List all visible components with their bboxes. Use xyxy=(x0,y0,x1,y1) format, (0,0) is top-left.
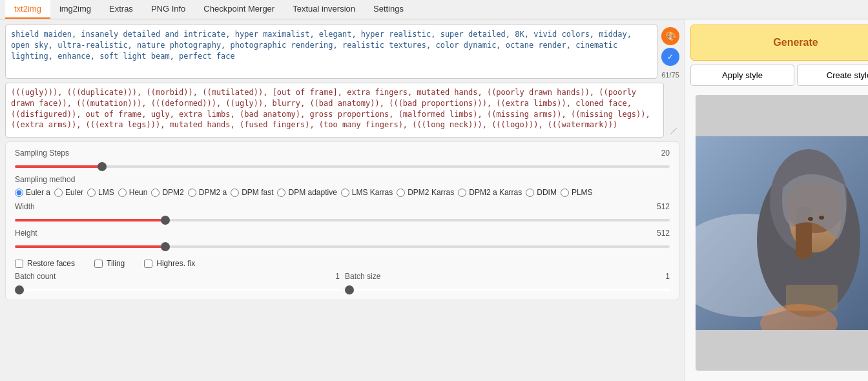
height-row: Height 512 xyxy=(15,229,670,250)
batch-size-item: Batch size 1 xyxy=(345,272,670,293)
tab-checkpoint-merger[interactable]: Checkpoint Merger xyxy=(194,0,284,19)
width-slider[interactable] xyxy=(15,219,670,221)
radio-dpm2a-karras[interactable]: DPM2 a Karras xyxy=(458,188,522,197)
generate-button[interactable]: Generate xyxy=(690,25,868,61)
radio-dpm2[interactable]: DPM2 xyxy=(151,188,183,197)
sampling-steps-row: Sampling Steps 20 xyxy=(15,149,670,170)
negative-prompt-row: ⟋ xyxy=(5,83,679,138)
create-style-button[interactable]: Create style xyxy=(797,65,868,86)
batch-count-label-row: Batch count 1 xyxy=(15,272,340,281)
batch-count-value: 1 xyxy=(335,272,340,281)
restore-faces-label: Restore faces xyxy=(27,259,75,268)
batch-size-label-row: Batch size 1 xyxy=(345,272,670,281)
sampling-steps-slider[interactable] xyxy=(15,165,670,168)
controls-section: Sampling Steps 20 Sampling method Euler … xyxy=(5,141,679,300)
positive-prompt-input[interactable] xyxy=(5,25,657,79)
image-area: ✕ xyxy=(690,90,868,376)
batch-count-slider[interactable] xyxy=(15,289,340,291)
content-area: 🎨 ✓ 61/75 ⟋ Sampling Steps 20 xyxy=(0,19,868,381)
image-placeholder xyxy=(696,95,868,371)
width-label: Width 512 xyxy=(15,202,670,211)
batch-size-label: Batch size xyxy=(345,272,380,281)
sampling-method-options: Euler a Euler LMS Heun DPM2 DPM2 a DPM f… xyxy=(15,188,670,197)
width-row: Width 512 xyxy=(15,202,670,223)
right-panel: Generate Apply style Create style ✕ xyxy=(685,19,868,381)
generated-image-svg xyxy=(696,136,868,330)
tiling-label: Tiling xyxy=(107,259,125,268)
main-container: txt2img img2img Extras PNG Info Checkpoi… xyxy=(0,0,868,381)
tab-png-info[interactable]: PNG Info xyxy=(142,0,194,19)
checkboxes-row: Restore faces Tiling Highres. fix xyxy=(15,255,670,272)
sampling-steps-value: 20 xyxy=(661,149,670,158)
width-value: 512 xyxy=(657,202,670,211)
svg-point-8 xyxy=(819,216,824,220)
height-value: 512 xyxy=(657,229,670,238)
batch-size-slider[interactable] xyxy=(345,289,670,291)
batch-row: Batch count 1 Batch size 1 xyxy=(15,272,670,293)
radio-dpm-fast[interactable]: DPM fast xyxy=(231,188,273,197)
tab-img2img[interactable]: img2img xyxy=(50,0,100,19)
tab-txt2img[interactable]: txt2img xyxy=(5,0,50,19)
height-label: Height 512 xyxy=(15,229,670,238)
restore-faces-checkbox[interactable]: Restore faces xyxy=(15,259,75,268)
highres-fix-checkbox[interactable]: Highres. fix xyxy=(144,259,195,268)
tab-textual-inversion[interactable]: Textual inversion xyxy=(284,0,364,19)
positive-prompt-row: 🎨 ✓ 61/75 xyxy=(5,25,679,79)
svg-point-7 xyxy=(808,217,813,221)
tab-settings[interactable]: Settings xyxy=(364,0,413,19)
apply-style-button[interactable]: Apply style xyxy=(690,65,794,86)
style-buttons: Apply style Create style xyxy=(690,65,868,86)
radio-dpm-adaptive[interactable]: DPM adaptive xyxy=(277,188,336,197)
batch-size-value: 1 xyxy=(665,272,670,281)
negative-prompt-input[interactable] xyxy=(5,83,664,138)
negative-prompt-actions: ⟋ xyxy=(668,83,679,138)
paste-icon-btn[interactable]: 🎨 xyxy=(661,27,679,45)
height-slider[interactable] xyxy=(15,245,670,248)
batch-count-label: Batch count xyxy=(15,272,56,281)
highres-fix-label: Highres. fix xyxy=(156,259,195,268)
batch-count-item: Batch count 1 xyxy=(15,272,340,293)
radio-dpm2a[interactable]: DPM2 a xyxy=(188,188,227,197)
tabs-bar: txt2img img2img Extras PNG Info Checkpoi… xyxy=(0,0,868,19)
sampling-method-row: Sampling method Euler a Euler LMS Heun D… xyxy=(15,175,670,197)
left-panel: 🎨 ✓ 61/75 ⟋ Sampling Steps 20 xyxy=(0,19,685,381)
tiling-checkbox[interactable]: Tiling xyxy=(94,259,125,268)
radio-lms-karras[interactable]: LMS Karras xyxy=(341,188,393,197)
token-counter: 61/75 xyxy=(661,71,679,79)
sampling-steps-label: Sampling Steps 20 xyxy=(15,149,670,158)
radio-euler[interactable]: Euler xyxy=(54,188,83,197)
sampling-method-label: Sampling method xyxy=(15,175,670,184)
prompt-actions: 🎨 ✓ 61/75 xyxy=(661,25,679,79)
check-icon-btn[interactable]: ✓ xyxy=(661,48,679,66)
radio-plms[interactable]: PLMS xyxy=(561,188,593,197)
radio-heun[interactable]: Heun xyxy=(118,188,148,197)
radio-lms[interactable]: LMS xyxy=(87,188,114,197)
radio-euler-a[interactable]: Euler a xyxy=(15,188,50,197)
radio-ddim[interactable]: DDIM xyxy=(526,188,557,197)
radio-dpm2-karras[interactable]: DPM2 Karras xyxy=(397,188,454,197)
tab-extras[interactable]: Extras xyxy=(100,0,142,19)
